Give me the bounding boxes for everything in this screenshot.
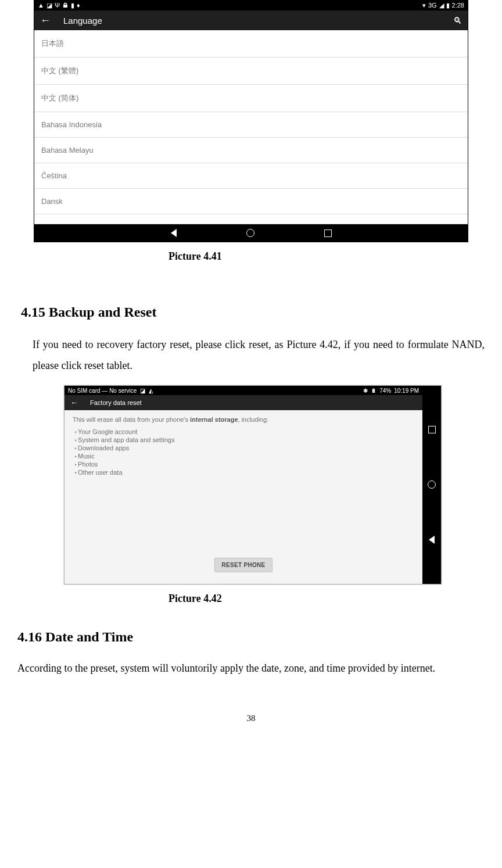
list-item: Other user data: [75, 468, 414, 476]
reset-bullet-list: Your Google account System and app data …: [73, 428, 414, 476]
battery-icon: ▮: [71, 2, 74, 9]
clock: 10:19 PM: [394, 388, 419, 394]
reset-content: This will erase all data from your phone…: [64, 410, 422, 584]
text: This will erase all data from your phone…: [73, 416, 190, 423]
appbar-title: Language: [63, 16, 102, 26]
status-icon: ◪: [46, 2, 52, 9]
list-item[interactable]: Čeština: [34, 163, 468, 189]
network-label: 3G: [428, 2, 437, 9]
screenshot-factory-reset: No SIM card — No service ◪ ◭ ✱ 🔋︎ 74% 10…: [64, 385, 442, 584]
status-left-icons: ▲ ◪ Ψ 🔒︎ ▮ ♦: [38, 2, 80, 9]
figure-caption: Picture 4.41: [168, 250, 485, 263]
navigation-bar-vertical: [422, 386, 441, 584]
status-bar: No SIM card — No service ◪ ◭ ✱ 🔋︎ 74% 10…: [64, 386, 422, 395]
list-item: Music: [75, 452, 414, 460]
nav-home-icon[interactable]: [246, 229, 254, 237]
list-item: Downloaded apps: [75, 444, 414, 452]
back-icon[interactable]: ←: [40, 15, 51, 27]
status-bar: ▲ ◪ Ψ 🔒︎ ▮ ♦ ▾ 3G ◢ ▮ 2:28: [34, 1, 468, 10]
page-number: 38: [17, 713, 485, 723]
text: , including:: [238, 416, 269, 423]
signal-icon: ◢: [439, 2, 444, 9]
reset-phone-button[interactable]: RESET PHONE: [214, 558, 273, 572]
list-item[interactable]: Bahasa Melayu: [34, 138, 468, 163]
list-item[interactable]: Bahasa Indonesia: [34, 112, 468, 138]
usb-icon: Ψ: [55, 2, 60, 9]
lock-icon: 🔒︎: [62, 2, 69, 9]
nav-back-icon[interactable]: [171, 229, 177, 237]
list-item[interactable]: 中文 (繁體): [34, 58, 468, 85]
search-icon[interactable]: 🔍︎: [453, 16, 462, 26]
list-item[interactable]: 日本語: [34, 30, 468, 58]
sim-status: No SIM card — No service: [68, 388, 137, 394]
battery-icon: 🔋︎: [371, 388, 376, 394]
app-bar: ← Language 🔍︎: [34, 10, 468, 30]
status-icon: ◭: [149, 388, 153, 394]
status-right: ▾ 3G ◢ ▮ 2:28: [422, 2, 464, 9]
reset-intro: This will erase all data from your phone…: [73, 416, 414, 423]
clock: 2:28: [452, 2, 464, 9]
back-icon[interactable]: ←: [70, 398, 78, 407]
list-item-peek[interactable]: [34, 214, 468, 224]
section-heading: 4.16 Date and Time: [17, 629, 485, 645]
battery-pct: 74%: [379, 388, 391, 394]
app-bar: ← Factory data reset: [64, 395, 422, 410]
battery-icon: ▮: [446, 2, 450, 9]
list-item[interactable]: 中文 (简体): [34, 85, 468, 112]
warning-icon: ▲: [38, 2, 44, 9]
list-item: Your Google account: [75, 428, 414, 436]
nav-recent-icon[interactable]: [428, 426, 436, 433]
appbar-title: Factory data reset: [90, 399, 142, 406]
figure-caption: Picture 4.42: [168, 593, 485, 605]
nav-recent-icon[interactable]: [324, 229, 332, 237]
status-icon: ♦: [77, 2, 80, 9]
text-strong: internal storage: [190, 416, 238, 423]
list-item: Photos: [75, 460, 414, 468]
navigation-bar: [34, 224, 468, 242]
language-list: 日本語 中文 (繁體) 中文 (简体) Bahasa Indonesia Bah…: [34, 30, 468, 224]
wifi-icon: ▾: [422, 2, 426, 9]
body-paragraph: According to the preset, system will vol…: [17, 658, 485, 679]
status-icon: ◪: [140, 388, 145, 394]
screenshot-language-settings: ▲ ◪ Ψ 🔒︎ ▮ ♦ ▾ 3G ◢ ▮ 2:28 ← Language 🔍︎…: [34, 0, 468, 242]
body-paragraph: If you need to recovery factory reset, p…: [33, 334, 485, 376]
bluetooth-icon: ✱: [363, 388, 368, 394]
nav-back-icon[interactable]: [429, 536, 435, 544]
list-item[interactable]: Dansk: [34, 189, 468, 214]
list-item: System and app data and settings: [75, 436, 414, 444]
nav-home-icon[interactable]: [428, 480, 436, 489]
section-heading: 4.15 Backup and Reset: [21, 304, 485, 320]
